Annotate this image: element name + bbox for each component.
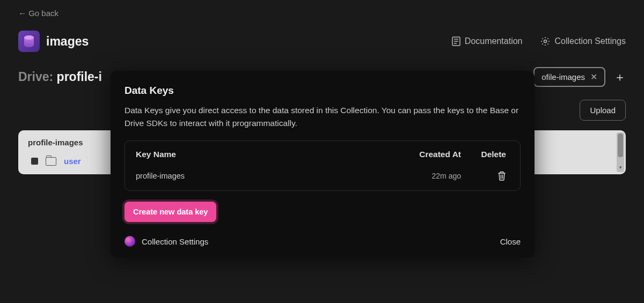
footer-collection-settings[interactable]: Collection Settings bbox=[125, 236, 208, 247]
create-data-key-button[interactable]: Create new data key bbox=[125, 202, 216, 222]
table-row: profile-images 22m ago bbox=[125, 166, 520, 190]
modal-footer: Collection Settings Close bbox=[125, 236, 521, 247]
delete-key-button[interactable] bbox=[461, 171, 509, 181]
footer-settings-label: Collection Settings bbox=[142, 237, 208, 246]
trash-icon bbox=[497, 171, 506, 181]
column-created-at: Created At bbox=[391, 150, 461, 159]
key-name-cell: profile-images bbox=[136, 172, 391, 180]
settings-orb-icon bbox=[125, 236, 135, 247]
column-key-name: Key Name bbox=[136, 150, 391, 159]
key-created-cell: 22m ago bbox=[391, 172, 461, 180]
column-delete: Delete bbox=[461, 150, 509, 159]
data-keys-modal: Data Keys Data Keys give you direct acce… bbox=[111, 71, 535, 257]
close-button[interactable]: Close bbox=[500, 237, 521, 246]
keys-table: Key Name Created At Delete profile-image… bbox=[125, 141, 521, 191]
modal-title: Data Keys bbox=[125, 85, 521, 97]
modal-description: Data Keys give you direct access to the … bbox=[125, 104, 521, 130]
keys-table-header: Key Name Created At Delete bbox=[125, 141, 520, 166]
